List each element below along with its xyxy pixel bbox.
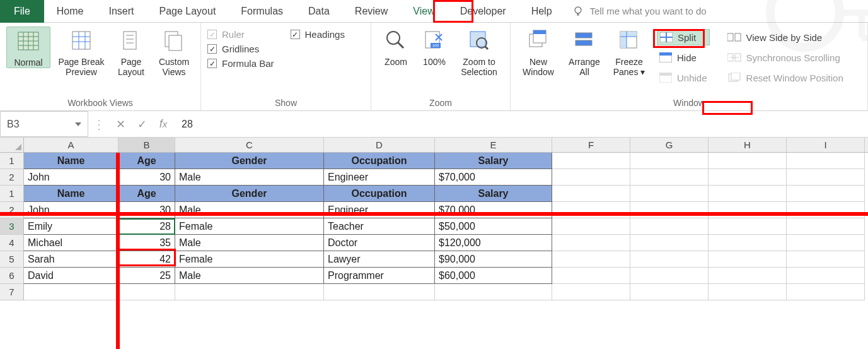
cell[interactable]: Doctor (324, 235, 435, 251)
cell[interactable] (435, 284, 552, 300)
normal-view-button[interactable]: Normal (6, 27, 50, 68)
split-bar-vertical[interactable] (116, 153, 120, 349)
col-header-c[interactable]: C (175, 138, 324, 152)
cell[interactable]: Lawyer (324, 251, 435, 268)
view-side-by-side-button[interactable]: View Side by Side (725, 29, 846, 45)
cell[interactable]: $60,000 (435, 268, 552, 284)
cell[interactable]: John (24, 202, 119, 218)
arrange-all-button[interactable]: Arrange All (564, 27, 605, 77)
tab-insert[interactable]: Insert (96, 0, 146, 23)
split-button[interactable]: Split (657, 29, 710, 45)
cell[interactable]: Engineer (324, 202, 435, 218)
tab-developer[interactable]: Developer (448, 0, 519, 23)
active-cell[interactable]: 28 (119, 218, 175, 235)
headings-checkbox[interactable]: ✓ Headings (291, 29, 345, 40)
chevron-down-icon[interactable] (75, 122, 81, 126)
cell[interactable] (709, 218, 787, 235)
tab-file[interactable]: File (0, 0, 44, 23)
cell[interactable]: Male (175, 202, 324, 218)
cell[interactable] (787, 235, 865, 251)
formula-input[interactable] (174, 111, 868, 137)
cell[interactable] (787, 153, 865, 169)
cell[interactable]: Teacher (324, 218, 435, 235)
col-header-a[interactable]: A (24, 138, 119, 152)
cell[interactable]: Salary (435, 153, 552, 169)
cell[interactable]: Gender (175, 186, 324, 202)
cell[interactable]: 30 (119, 202, 175, 218)
tell-me-search[interactable]: Tell me what you want to do (572, 6, 707, 17)
select-all-corner[interactable] (0, 138, 24, 152)
cell[interactable] (630, 169, 709, 186)
col-header-b[interactable]: B (119, 138, 175, 152)
cell[interactable] (552, 169, 630, 186)
row-header[interactable]: 1 (0, 153, 24, 169)
confirm-formula-button[interactable]: ✓ (131, 111, 153, 137)
cell[interactable]: Female (175, 218, 324, 235)
cell[interactable] (709, 235, 787, 251)
tab-help[interactable]: Help (519, 0, 565, 23)
cell[interactable] (552, 268, 630, 284)
cell[interactable] (787, 169, 865, 186)
cell[interactable]: Engineer (324, 169, 435, 186)
gridlines-checkbox[interactable]: ✓ Gridlines (207, 44, 274, 54)
cell[interactable] (787, 251, 865, 268)
cell[interactable] (552, 284, 630, 300)
col-header-i[interactable]: I (787, 138, 865, 152)
cell[interactable] (709, 268, 787, 284)
fx-button[interactable]: fx (153, 111, 174, 137)
cell[interactable] (24, 284, 119, 300)
cell[interactable] (324, 284, 435, 300)
cell[interactable] (630, 284, 709, 300)
cell[interactable]: 42 (119, 251, 175, 268)
row-header[interactable]: 5 (0, 251, 24, 268)
tab-page-layout[interactable]: Page Layout (146, 0, 228, 23)
cell[interactable] (630, 218, 709, 235)
cell[interactable] (709, 169, 787, 186)
tab-formulas[interactable]: Formulas (228, 0, 296, 23)
page-break-button[interactable]: Page Break Preview (54, 27, 108, 77)
cell[interactable] (630, 251, 709, 268)
cell[interactable]: Occupation (324, 186, 435, 202)
col-header-d[interactable]: D (324, 138, 435, 152)
tab-review[interactable]: Review (342, 0, 400, 23)
row-header[interactable]: 2 (0, 169, 24, 186)
cell[interactable]: Male (175, 268, 324, 284)
cell[interactable] (175, 284, 324, 300)
row-header[interactable]: 4 (0, 235, 24, 251)
cell[interactable] (630, 202, 709, 218)
cell[interactable] (552, 218, 630, 235)
name-box[interactable]: B3 (0, 111, 88, 137)
cell[interactable] (552, 235, 630, 251)
row-header[interactable]: 7 (0, 284, 24, 300)
formula-bar-checkbox[interactable]: ✓ Formula Bar (207, 58, 274, 69)
col-header-e[interactable]: E (435, 138, 552, 152)
cell[interactable]: Age (119, 186, 175, 202)
cell[interactable]: Age (119, 153, 175, 169)
cell[interactable] (630, 186, 709, 202)
custom-views-button[interactable]: Custom Views (154, 27, 194, 77)
cell[interactable]: Emily (24, 218, 119, 235)
col-header-h[interactable]: H (709, 138, 787, 152)
tab-data[interactable]: Data (296, 0, 342, 23)
cell[interactable]: 25 (119, 268, 175, 284)
cell[interactable]: Programmer (324, 268, 435, 284)
cell[interactable]: Occupation (324, 153, 435, 169)
cell[interactable]: John (24, 169, 119, 186)
cell[interactable]: Name (24, 186, 119, 202)
cell[interactable]: David (24, 268, 119, 284)
cell[interactable] (630, 268, 709, 284)
cell[interactable] (787, 202, 865, 218)
cell[interactable] (630, 153, 709, 169)
cell[interactable]: Salary (435, 186, 552, 202)
cell[interactable]: Name (24, 153, 119, 169)
cell[interactable] (552, 251, 630, 268)
cell[interactable]: Male (175, 169, 324, 186)
cell[interactable]: Male (175, 235, 324, 251)
cell[interactable] (787, 284, 865, 300)
cell[interactable]: Michael (24, 235, 119, 251)
cell[interactable]: 30 (119, 169, 175, 186)
cell[interactable] (787, 268, 865, 284)
cell[interactable]: $90,000 (435, 251, 552, 268)
cell[interactable]: $70,000 (435, 169, 552, 186)
col-header-g[interactable]: G (630, 138, 709, 152)
